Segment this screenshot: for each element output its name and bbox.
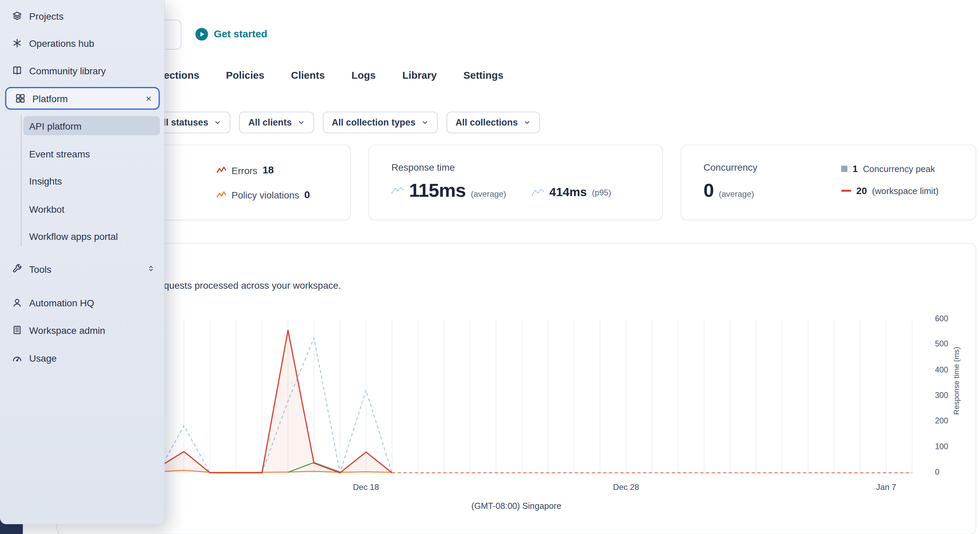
- tab-clients[interactable]: Clients: [291, 70, 325, 81]
- filter-label: All collections: [455, 117, 518, 128]
- policy-violations-label: Policy violations: [232, 189, 299, 200]
- chevron-down-icon: [523, 119, 531, 126]
- get-started-link[interactable]: Get started: [195, 28, 267, 40]
- workspace-limit-label: (workspace limit): [872, 186, 938, 196]
- response-time-title: Response time: [391, 162, 455, 173]
- unfold-icon: [147, 264, 154, 273]
- errors-value: 18: [262, 164, 274, 176]
- x-axis-tick-label: Dec 28: [613, 483, 639, 492]
- x-axis-tick-label: Dec 18: [353, 483, 379, 492]
- concurrency-average: 0 (average): [703, 180, 754, 201]
- subtree-guide-line: [21, 115, 22, 246]
- book-icon: [12, 65, 22, 76]
- sidebar-item-tools[interactable]: Tools: [0, 258, 165, 280]
- sidebar-subitem-event-streams[interactable]: Event streams: [24, 144, 160, 163]
- policy-violations-metric: Policy violations 0: [216, 189, 310, 201]
- navigation-flyout: Projects Operations hub Community librar…: [0, 0, 165, 524]
- concurrency-card: Concurrency 0 (average) 1 Concurrency pe…: [681, 145, 976, 220]
- collapse-section-button[interactable]: [145, 95, 152, 102]
- filter-label: All collection types: [332, 117, 415, 128]
- sidebar-subitem-label: API platform: [29, 120, 81, 131]
- sidebar-item-workspace-admin[interactable]: Workspace admin: [0, 319, 165, 341]
- sidebar-item-label: Workspace admin: [29, 325, 105, 336]
- right-axis-title: Response time (ms): [952, 343, 961, 419]
- response-time-card: Response time 115ms (average) 414ms (p95…: [369, 145, 663, 220]
- chevron-down-icon: [421, 119, 429, 126]
- response-time-p95-value: 414ms: [549, 185, 587, 199]
- sidebar-subitem-label: Workbot: [29, 204, 64, 214]
- sidebar-item-label: Usage: [29, 352, 57, 363]
- orange-zigzag-icon: [216, 190, 226, 199]
- dotted-sparkline-icon: [391, 186, 404, 195]
- response-time-avg-value: 115ms: [409, 180, 466, 201]
- person-icon: [12, 298, 22, 308]
- filter-bar: All statuses All clients All collection …: [148, 112, 540, 133]
- layers-icon: [12, 11, 22, 21]
- sidebar-item-label: Operations hub: [29, 38, 94, 48]
- y-axis-tick-label: 100: [935, 442, 948, 451]
- gray-square-icon: [841, 165, 847, 172]
- y-axis-tick-label: 200: [935, 417, 948, 426]
- concurrency-title: Concurrency: [703, 162, 757, 173]
- sidebar-item-usage[interactable]: Usage: [0, 346, 165, 369]
- y-axis-tick-label: 400: [935, 365, 948, 374]
- workspace-limit-value: 20: [856, 185, 867, 196]
- sidebar-subitem-label: Insights: [29, 175, 62, 186]
- sidebar-subitem-label: Event streams: [29, 148, 90, 159]
- response-time-p95: 414ms (p95): [532, 185, 611, 199]
- section-tabs: Collections Policies Clients Logs Librar…: [145, 70, 503, 81]
- sidebar-subitem-workbot[interactable]: Workbot: [24, 199, 160, 218]
- y-axis-tick-label: 300: [935, 391, 948, 400]
- errors-label: Errors: [232, 164, 258, 175]
- get-started-label: Get started: [214, 29, 267, 40]
- timezone-note: (GMT-08:00) Singapore: [57, 501, 975, 511]
- wrench-icon: [12, 264, 22, 274]
- concurrency-peak-value: 1: [853, 163, 858, 174]
- filter-label: All clients: [248, 117, 292, 128]
- sidebar-item-label: Community library: [29, 65, 106, 76]
- red-zigzag-icon: [216, 166, 226, 174]
- red-line-icon: [841, 189, 851, 192]
- response-time-p95-unit: (p95): [592, 188, 611, 197]
- tab-settings[interactable]: Settings: [463, 70, 504, 81]
- y-axis-tick-label: 0: [935, 468, 939, 477]
- x-axis-tick-label: Jan 7: [876, 483, 896, 492]
- tab-library[interactable]: Library: [402, 70, 436, 81]
- grid-icon: [15, 93, 25, 104]
- sidebar-subitem-label: Workflow apps portal: [29, 231, 118, 242]
- sidebar-item-community-library[interactable]: Community library: [0, 59, 165, 82]
- concurrency-avg-value: 0: [703, 180, 713, 201]
- filter-all-collections[interactable]: All collections: [447, 112, 540, 133]
- expand-section-button[interactable]: [147, 264, 154, 274]
- concurrency-legend: 1 Concurrency peak 20 (workspace limit): [841, 163, 939, 196]
- sidebar-subitem-api-platform[interactable]: API platform: [24, 116, 160, 135]
- chart-subtitle: requests processed across your workspace…: [155, 280, 341, 291]
- gauge-icon: [12, 353, 22, 363]
- chevron-down-icon: [214, 119, 221, 126]
- tab-logs[interactable]: Logs: [351, 70, 375, 81]
- chevron-down-icon: [298, 119, 305, 126]
- y-axis-tick-label: 500: [935, 340, 948, 348]
- sidebar-item-platform[interactable]: Platform: [5, 87, 160, 110]
- y-axis-tick-label: 600: [935, 314, 948, 323]
- sidebar-item-projects[interactable]: Projects: [0, 5, 165, 27]
- building-icon: [12, 325, 22, 335]
- sidebar-item-label: Automation HQ: [29, 297, 94, 308]
- sidebar-subitem-workflow-apps-portal[interactable]: Workflow apps portal: [24, 226, 160, 245]
- filter-all-collection-types[interactable]: All collection types: [323, 112, 438, 133]
- sidebar-item-label: Tools: [29, 264, 51, 274]
- tab-policies[interactable]: Policies: [226, 70, 264, 81]
- errors-metric: Errors 18: [216, 164, 274, 176]
- filter-all-clients[interactable]: All clients: [239, 112, 314, 133]
- sidebar-subitem-insights[interactable]: Insights: [24, 171, 160, 190]
- workspace-limit-row: 20 (workspace limit): [841, 185, 939, 196]
- policy-violations-value: 0: [304, 189, 310, 201]
- concurrency-avg-unit: (average): [719, 189, 754, 198]
- close-icon: [145, 95, 152, 102]
- concurrency-peak-label: Concurrency peak: [863, 164, 935, 174]
- api-platform-dashboard: Get started Collections Policies Clients…: [0, 0, 980, 534]
- sidebar-item-automation-hq[interactable]: Automation HQ: [0, 292, 165, 314]
- response-time-avg-unit: (average): [471, 189, 506, 198]
- asterisk-icon: [12, 38, 22, 48]
- sidebar-item-operations-hub[interactable]: Operations hub: [0, 32, 165, 55]
